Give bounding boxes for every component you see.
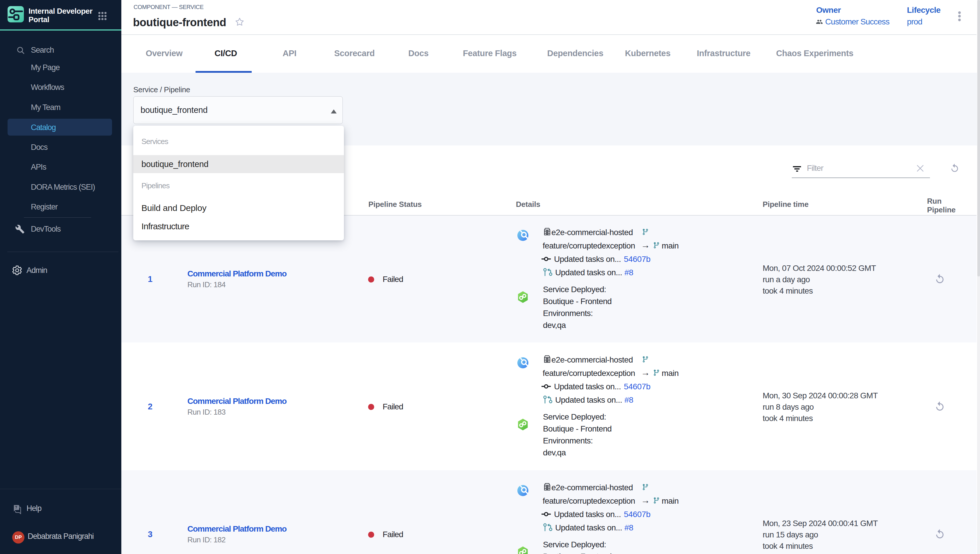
svg-text:?: ? (15, 505, 17, 509)
